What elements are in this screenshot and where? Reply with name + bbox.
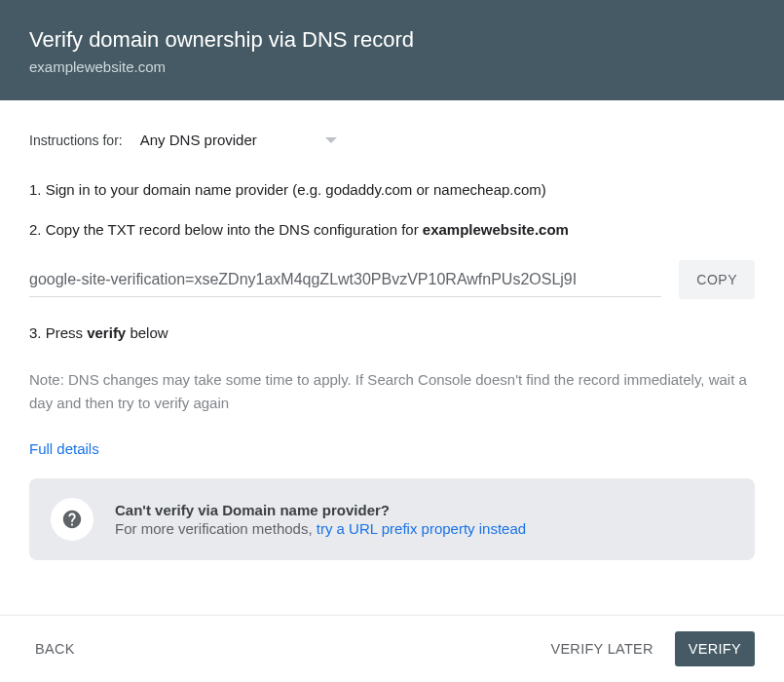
dns-provider-dropdown[interactable]: Any DNS provider <box>140 132 337 148</box>
dialog-domain: examplewebsite.com <box>29 58 755 75</box>
step-3: 3. Press verify below <box>29 322 755 345</box>
step-3-bold: verify <box>87 324 126 341</box>
help-panel: Can't verify via Domain name provider? F… <box>29 478 755 560</box>
step-2: 2. Copy the TXT record below into the DN… <box>29 219 755 242</box>
step-3-suffix: below <box>126 324 168 341</box>
verify-later-button[interactable]: VERIFY LATER <box>544 631 658 666</box>
dialog-footer: BACK VERIFY LATER VERIFY <box>0 615 784 682</box>
dns-provider-label: Instructions for: <box>29 133 123 148</box>
dialog-header: Verify domain ownership via DNS record e… <box>0 0 784 100</box>
help-body-prefix: For more verification methods, <box>115 520 317 537</box>
full-details-link[interactable]: Full details <box>29 440 99 457</box>
step-1: 1. Sign in to your domain name provider … <box>29 179 755 202</box>
dropdown-arrow-icon <box>325 137 337 143</box>
copy-button[interactable]: COPY <box>679 260 755 299</box>
txt-record-row: google-site-verification=xseZDny1axM4qgZ… <box>29 260 755 299</box>
verify-button[interactable]: VERIFY <box>675 631 755 666</box>
url-prefix-link[interactable]: try a URL prefix property instead <box>317 520 526 537</box>
help-text: Can't verify via Domain name provider? F… <box>115 502 526 537</box>
help-title: Can't verify via Domain name provider? <box>115 502 526 518</box>
back-button[interactable]: BACK <box>29 631 81 666</box>
step-2-domain: examplewebsite.com <box>423 221 569 238</box>
txt-record-input[interactable]: google-site-verification=xseZDny1axM4qgZ… <box>29 263 661 297</box>
help-body: For more verification methods, try a URL… <box>115 520 526 537</box>
dialog-title: Verify domain ownership via DNS record <box>29 27 755 53</box>
dialog-content: Instructions for: Any DNS provider 1. Si… <box>0 100 784 560</box>
step-3-prefix: 3. Press <box>29 324 87 341</box>
dns-provider-selector: Instructions for: Any DNS provider <box>29 132 755 148</box>
step-2-prefix: 2. Copy the TXT record below into the DN… <box>29 221 423 238</box>
dns-provider-value: Any DNS provider <box>140 132 257 148</box>
help-icon <box>51 498 93 541</box>
dns-note: Note: DNS changes may take some time to … <box>29 368 755 415</box>
